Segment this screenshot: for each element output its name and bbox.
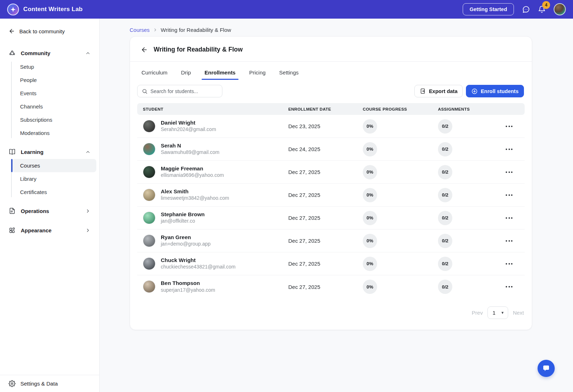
back-to-community-link[interactable]: Back to community: [9, 28, 65, 34]
row-actions-menu-button[interactable]: [504, 169, 515, 175]
table-row: Ben Thompson superjan17@yahoo.com Dec 27…: [137, 275, 525, 298]
table-row: Chuck Wright chuckiechesse43821@gmail.co…: [137, 252, 525, 275]
sidebar-item-setup[interactable]: Setup: [12, 60, 96, 73]
sidebar-item-courses[interactable]: Courses: [12, 159, 96, 172]
sidebar-section-operations[interactable]: Operations: [5, 204, 94, 218]
enrollments-toolbar: Export data Enroll students: [130, 80, 532, 97]
table-row: Ryan Green jan+demo@group.app Dec 27, 20…: [137, 229, 525, 252]
notification-count-badge: 4: [542, 1, 550, 9]
student-search-box[interactable]: [137, 85, 222, 97]
sidebar-item-certificates[interactable]: Certificates: [12, 185, 96, 199]
tab-curriculum[interactable]: Curriculum: [141, 67, 168, 80]
student-avatar: [143, 166, 155, 178]
sidebar-item-events[interactable]: Events: [12, 87, 96, 100]
assignments-badge: 0/2: [438, 188, 452, 202]
messages-icon[interactable]: [522, 5, 530, 14]
tab-drip[interactable]: Drip: [180, 67, 192, 80]
enrollment-date: Dec 27, 2025: [288, 215, 363, 221]
chat-widget-button[interactable]: [538, 360, 555, 377]
breadcrumb-courses-link[interactable]: Courses: [130, 27, 150, 33]
assignments-badge: 0/2: [438, 142, 452, 156]
search-input[interactable]: [150, 88, 218, 94]
chevron-right-icon: [85, 228, 91, 233]
student-avatar: [143, 212, 155, 224]
student-name: Alex Smith: [161, 188, 229, 195]
search-icon: [142, 88, 148, 94]
enrollments-table: Student Enrollment date Course progress …: [137, 103, 525, 298]
enrollment-date: Dec 23, 2025: [288, 123, 363, 129]
column-header-course-progress: Course progress: [363, 107, 438, 111]
tab-pricing[interactable]: Pricing: [249, 67, 266, 80]
page-number-select[interactable]: 1 ▼: [487, 306, 508, 319]
student-email: jan@offkilter.co: [161, 218, 205, 224]
course-back-button[interactable]: [141, 46, 148, 53]
student-email: chuckiechesse43821@gmail.com: [161, 263, 236, 270]
sidebar-item-channels[interactable]: Channels: [12, 100, 96, 113]
enrollment-date: Dec 27, 2025: [288, 261, 363, 267]
sidebar-section-appearance[interactable]: Appearance: [5, 223, 94, 237]
course-progress-badge: 0%: [363, 211, 377, 225]
row-actions-menu-button[interactable]: [504, 124, 515, 129]
course-progress-badge: 0%: [363, 257, 377, 271]
sidebar-item-library[interactable]: Library: [12, 172, 96, 185]
student-name: Ben Thompson: [161, 280, 215, 287]
sidebar-item-moderations[interactable]: Moderations: [12, 126, 96, 140]
assignments-badge: 0/2: [438, 119, 452, 134]
learning-book-icon: [9, 148, 16, 155]
prev-page-button[interactable]: Prev: [472, 310, 483, 316]
course-progress-badge: 0%: [363, 280, 377, 294]
sidebar-section-community[interactable]: Community: [5, 46, 94, 60]
student-name: Ryan Green: [161, 234, 211, 241]
course-title: Writing for Readability & Flow: [154, 46, 243, 53]
sidebar: Back to community Community Setup People…: [0, 19, 100, 392]
chevron-right-icon: [85, 208, 91, 214]
student-email: Serahn2024@gmail.com: [161, 126, 216, 133]
student-email: limesweetjm3842@yahoo.com: [161, 195, 229, 202]
sidebar-section-learning[interactable]: Learning: [5, 145, 94, 159]
table-row: Alex Smith limesweetjm3842@yahoo.com Dec…: [137, 184, 525, 207]
enrollment-date: Dec 24, 2025: [288, 146, 363, 152]
export-data-button[interactable]: Export data: [414, 85, 463, 97]
breadcrumb: Courses Writing for Readability & Flow: [100, 19, 573, 33]
student-email: jan+demo@group.app: [161, 241, 211, 247]
row-actions-menu-button[interactable]: [504, 192, 515, 198]
enroll-students-button[interactable]: Enroll students: [466, 85, 524, 97]
settings-and-data-link[interactable]: Settings & Data: [9, 380, 58, 387]
next-page-button[interactable]: Next: [513, 310, 524, 316]
table-row: Serah N Sawamuhu89@gmail.com Dec 24, 202…: [137, 138, 525, 161]
community-subnav: Setup People Events Channels Subscriptio…: [11, 60, 94, 140]
table-row: Maggie Freeman ellismania9696@yahoo.com …: [137, 161, 525, 184]
assignments-badge: 0/2: [438, 211, 452, 225]
row-actions-menu-button[interactable]: [504, 238, 515, 244]
student-avatar: [143, 120, 155, 132]
column-header-enrollment-date: Enrollment date: [288, 107, 363, 111]
student-name: Serah N: [161, 142, 220, 149]
gear-icon: [9, 380, 15, 387]
row-actions-menu-button[interactable]: [504, 261, 515, 267]
user-avatar[interactable]: [554, 3, 566, 15]
assignments-badge: 0/2: [438, 280, 452, 294]
sidebar-item-people[interactable]: People: [12, 73, 96, 87]
export-icon: [420, 88, 426, 94]
tab-settings[interactable]: Settings: [279, 67, 299, 80]
enrollment-date: Dec 27, 2025: [288, 192, 363, 198]
assignments-badge: 0/2: [438, 234, 452, 248]
sidebar-item-subscriptions[interactable]: Subscriptions: [12, 113, 96, 126]
row-actions-menu-button[interactable]: [504, 146, 515, 152]
back-arrow-icon: [9, 28, 15, 34]
chevron-up-icon: [85, 50, 91, 56]
row-actions-menu-button[interactable]: [504, 215, 515, 221]
student-avatar: [143, 280, 155, 293]
row-actions-menu-button[interactable]: [504, 284, 515, 290]
tab-enrollments[interactable]: Enrollments: [204, 67, 236, 80]
student-avatar: [143, 189, 155, 201]
getting-started-button[interactable]: Getting Started: [463, 3, 514, 15]
student-name: Stephanie Brown: [161, 211, 205, 218]
app-logo-sparkle-icon: [7, 4, 19, 15]
student-name: Chuck Wright: [161, 257, 236, 264]
notifications-bell-icon[interactable]: 4: [538, 5, 546, 14]
community-people-icon: [9, 49, 16, 57]
chevron-up-icon: [85, 149, 91, 155]
course-progress-badge: 0%: [363, 165, 377, 179]
chat-bubble-icon: [542, 364, 550, 373]
